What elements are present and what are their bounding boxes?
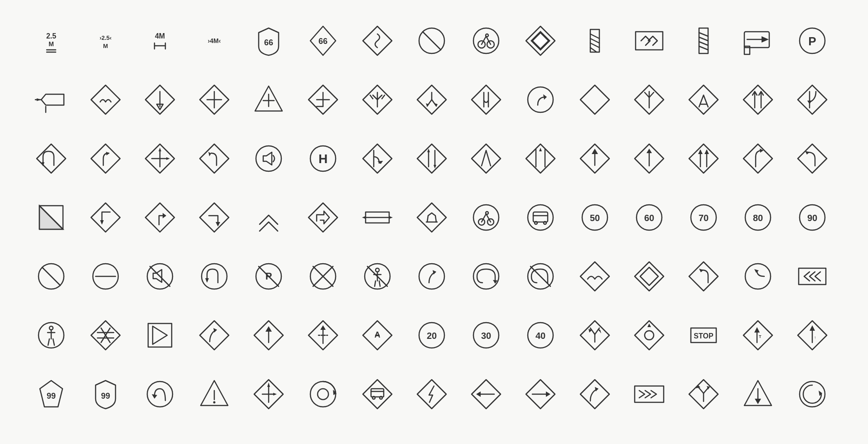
yield-right-diamond[interactable] — [518, 372, 563, 417]
intersection-triangle[interactable] — [246, 77, 291, 122]
go-straight-diamond[interactable] — [246, 313, 291, 358]
route-66-diamond[interactable]: 66 — [300, 18, 346, 63]
detour-arrow-diamond[interactable] — [300, 195, 346, 240]
route-66-shield[interactable]: 66 — [246, 18, 291, 63]
u-turn-allowed-circle[interactable] — [137, 372, 183, 417]
go-straight-or-turn-right[interactable]: T — [735, 313, 781, 358]
speed-limit-60[interactable]: 60 — [627, 195, 672, 240]
narrow-road-diamond[interactable] — [627, 77, 672, 122]
curve-left-diamond[interactable] — [192, 136, 237, 181]
priority-ahead-diamond[interactable] — [627, 136, 672, 181]
arrow-down-triangle[interactable] — [735, 372, 781, 417]
go-straight-ahead-diamond[interactable] — [300, 313, 346, 358]
speed-limit-90[interactable]: 90 — [790, 195, 835, 240]
bicycle-pedestrian-circle[interactable] — [463, 195, 509, 240]
route-99-pentagon[interactable]: 99 — [29, 372, 74, 417]
left-arrow-circle[interactable] — [735, 254, 781, 299]
counterclockwise-circle[interactable] — [790, 372, 835, 417]
straight-ahead-diamond[interactable] — [572, 136, 617, 181]
double-chevron-rectangle[interactable] — [627, 18, 672, 63]
height-limit-2-5m[interactable]: 2.5 М — [29, 18, 74, 63]
narrow-ahead-diamond[interactable] — [681, 77, 726, 122]
road-a-diamond[interactable]: A — [355, 313, 400, 358]
priority-road-diamond[interactable] — [518, 18, 563, 63]
parking-sign[interactable]: P — [790, 18, 835, 63]
no-entry-circle[interactable] — [409, 18, 454, 63]
width-limit-4m[interactable]: ›4М‹ — [192, 18, 237, 63]
height-limit-4m[interactable]: 4М — [137, 18, 183, 63]
roundabout-circle[interactable] — [300, 372, 346, 417]
speed-limit-20[interactable]: 20 — [409, 313, 454, 358]
left-down-arrow-diamond[interactable] — [83, 195, 128, 240]
intersection-cross-diamond[interactable] — [192, 77, 237, 122]
bicycle-route[interactable] — [463, 18, 509, 63]
bus-stop-diamond[interactable] — [355, 372, 400, 417]
lane-change-right-diamond[interactable] — [355, 136, 400, 181]
split-road-diamond[interactable] — [409, 77, 454, 122]
narrow-between-lanes[interactable] — [518, 136, 563, 181]
yield-diamond[interactable] — [137, 77, 183, 122]
electric-hazard-diamond[interactable] — [409, 372, 454, 417]
bump-diamond[interactable] — [83, 77, 128, 122]
turn-right-sign[interactable] — [735, 18, 781, 63]
lane-change-down-diamond[interactable] — [463, 77, 509, 122]
triple-chevron-left[interactable] — [790, 254, 835, 299]
crossroads-diamond[interactable] — [137, 136, 183, 181]
no-horn-circle[interactable] — [137, 254, 183, 299]
up-then-right-diamond[interactable] — [137, 195, 183, 240]
width-limit-2-5m[interactable]: ›2.5‹ М — [83, 18, 128, 63]
fork-up-left-diamond[interactable] — [681, 372, 726, 417]
give-way-diamond[interactable] — [627, 254, 672, 299]
corner-triangle[interactable] — [29, 195, 74, 240]
t-intersection-diamond[interactable] — [300, 77, 346, 122]
turn-right-circle[interactable] — [409, 254, 454, 299]
two-arrow-up-diamond[interactable] — [681, 136, 726, 181]
road-excavation-diamond[interactable] — [409, 195, 454, 240]
road-width-sign[interactable] — [355, 195, 400, 240]
priority-diamond-small[interactable] — [572, 77, 617, 122]
speed-bump-diamond[interactable] — [572, 254, 617, 299]
bus-circle[interactable] — [518, 195, 563, 240]
turn-right-ahead-circle[interactable] — [518, 77, 563, 122]
go-straight-or-left-right[interactable]: ↑ — [790, 313, 835, 358]
two-way-road-diamond[interactable] — [409, 136, 454, 181]
merge-lane-diamond[interactable] — [790, 77, 835, 122]
no-railroad-crossing[interactable] — [300, 254, 346, 299]
speed-limit-30[interactable]: 30 — [463, 313, 509, 358]
hospital-h-circle[interactable]: H — [300, 136, 346, 181]
two-lane-narrow-diamond[interactable] — [735, 77, 781, 122]
speed-limit-50[interactable]: 50 — [572, 195, 617, 240]
u-turn-circle[interactable] — [463, 254, 509, 299]
horn-circle[interactable] — [246, 136, 291, 181]
diagonal-hatched-rectangle[interactable] — [681, 18, 726, 63]
right-curve-diamond[interactable] — [83, 136, 128, 181]
speed-limit-80[interactable]: 80 — [735, 195, 781, 240]
pedestrian-circle[interactable] — [29, 313, 74, 358]
y-fork-diamond[interactable] — [572, 313, 617, 358]
keep-right-diamond[interactable] — [735, 136, 781, 181]
no-passing-circle[interactable] — [29, 254, 74, 299]
speed-limit-70[interactable]: 70 — [681, 195, 726, 240]
right-curve-arrow-diamond[interactable] — [192, 313, 237, 358]
right-turn-arrow-diamond[interactable] — [572, 372, 617, 417]
end-of-restriction-triangle[interactable] — [137, 313, 183, 358]
no-pedestrian-circle[interactable] — [355, 254, 400, 299]
turn-left-diamond[interactable] — [790, 136, 835, 181]
road-works-rectangle[interactable] — [572, 18, 617, 63]
no-parking-circle[interactable]: P — [246, 254, 291, 299]
u-turn-left-circle[interactable] — [192, 254, 237, 299]
stop-sign[interactable]: STOP — [681, 313, 726, 358]
triple-right-arrows[interactable] — [627, 372, 672, 417]
no-u-turn-circle[interactable] — [518, 254, 563, 299]
single-lane-narrow[interactable] — [463, 136, 509, 181]
right-then-down-diamond[interactable] — [192, 195, 237, 240]
left-direction-sign[interactable] — [29, 77, 74, 122]
winding-road[interactable] — [355, 18, 400, 63]
road-works-chevron-up[interactable] — [246, 195, 291, 240]
lane-merge-diamond[interactable] — [355, 77, 400, 122]
route-99-rounded-shield[interactable]: 99 — [83, 372, 128, 417]
u-turn-left-diamond[interactable] — [29, 136, 74, 181]
intersection-ahead-diamond[interactable] — [246, 372, 291, 417]
warning-triangle[interactable] — [192, 372, 237, 417]
speed-limit-40[interactable]: 40 — [518, 313, 563, 358]
